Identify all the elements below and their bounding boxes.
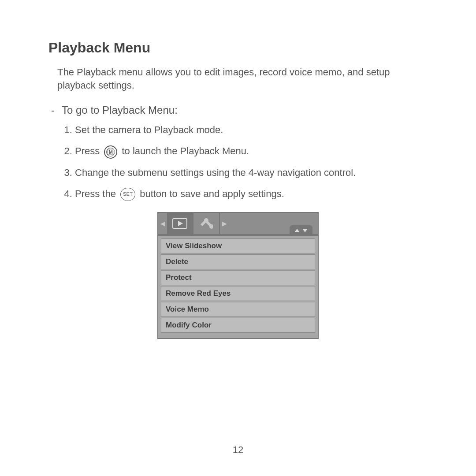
step-4: Press the SET button to save and apply s… <box>75 186 428 201</box>
scroll-indicator <box>290 225 312 236</box>
steps-list: Set the camera to Playback mode. Press M… <box>60 123 428 201</box>
menu-item-delete[interactable]: Delete <box>161 254 315 269</box>
step-2: Press M to launch the Playback Menu. <box>75 144 428 159</box>
intro-paragraph: The Playback menu allows you to edit ima… <box>57 66 428 92</box>
menu-button-icon: M <box>104 145 117 159</box>
menu-button-label: M <box>108 149 114 155</box>
wrench-tab-icon <box>200 218 213 229</box>
playback-menu-figure: ◀ ▶ <box>157 212 319 339</box>
manual-page: Playback Menu The Playback menu allows y… <box>0 0 476 476</box>
tab-arrow-right-icon: ▶ <box>220 213 229 234</box>
step-3: Change the submenu settings using the 4-… <box>75 165 428 180</box>
play-tab-icon <box>172 218 187 229</box>
subheading-row: - To go to Playback Menu: <box>48 104 428 116</box>
svg-marker-1 <box>178 221 183 226</box>
page-title: Playback Menu <box>48 40 428 56</box>
scroll-up-icon <box>294 229 300 232</box>
playback-menu-box: ◀ ▶ <box>157 212 319 339</box>
menu-item-protect[interactable]: Protect <box>161 270 315 285</box>
menu-tab-bar: ◀ ▶ <box>158 213 318 236</box>
step-4-text-a: Press the <box>75 188 119 199</box>
step-1: Set the camera to Playback mode. <box>75 123 428 138</box>
step-2-text-a: Press <box>75 145 102 156</box>
setup-tab[interactable] <box>193 213 220 234</box>
menu-item-list: View Slideshow Delete Protect Remove Red… <box>158 236 318 333</box>
set-button-label: SET <box>123 190 133 198</box>
subheading-dash: - <box>51 104 62 116</box>
set-button-icon: SET <box>120 188 135 201</box>
menu-item-view-slideshow[interactable]: View Slideshow <box>161 238 315 253</box>
scroll-down-icon <box>302 229 308 232</box>
menu-item-modify-color[interactable]: Modify Color <box>161 318 315 333</box>
tab-arrow-left-icon: ◀ <box>158 213 167 234</box>
page-number: 12 <box>0 444 476 456</box>
subheading-text: To go to Playback Menu: <box>62 104 178 116</box>
step-2-text-b: to launch the Playback Menu. <box>122 145 249 156</box>
playback-tab[interactable] <box>167 213 193 234</box>
step-4-text-b: button to save and apply settings. <box>140 188 284 199</box>
menu-item-remove-red-eyes[interactable]: Remove Red Eyes <box>161 286 315 301</box>
menu-item-voice-memo[interactable]: Voice Memo <box>161 302 315 317</box>
